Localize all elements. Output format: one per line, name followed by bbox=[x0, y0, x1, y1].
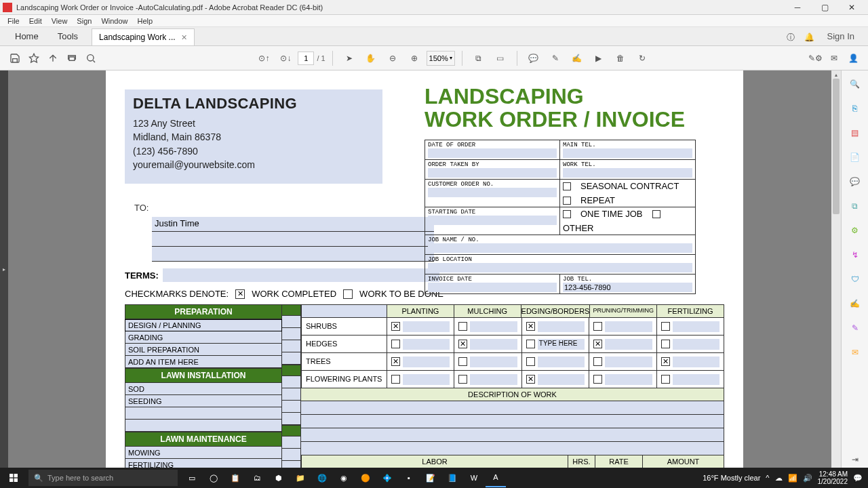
grid-checkbox[interactable] bbox=[458, 357, 467, 366]
account-icon[interactable]: 👤 bbox=[844, 49, 863, 68]
prep-row-soil[interactable]: SOIL PREPARATION bbox=[125, 344, 282, 356]
sign-in-button[interactable]: Sign In bbox=[819, 27, 863, 45]
seasonal-checkbox[interactable] bbox=[563, 182, 571, 190]
grid-text-field[interactable] bbox=[403, 357, 450, 367]
compress-icon[interactable]: ↯ bbox=[847, 247, 863, 263]
prep-row-grading[interactable]: GRADING bbox=[125, 331, 282, 344]
fill-sign-icon[interactable]: ✍ bbox=[847, 296, 863, 312]
onetime-checkbox[interactable] bbox=[563, 210, 571, 218]
other-checkbox[interactable] bbox=[652, 210, 660, 218]
zoom-in-icon[interactable]: ⊕ bbox=[405, 49, 424, 68]
job-tel-field[interactable]: 123-456-7890 bbox=[563, 283, 692, 292]
grid-checkbox[interactable] bbox=[526, 357, 535, 366]
stamp-icon[interactable]: ▶ bbox=[589, 49, 608, 68]
sign-icon[interactable]: ✍ bbox=[568, 49, 587, 68]
starting-date-field[interactable] bbox=[428, 216, 557, 225]
app-icon-4[interactable]: 🟠 bbox=[355, 468, 376, 487]
grid-checkbox[interactable] bbox=[391, 375, 400, 384]
zoom-select[interactable]: 150%▾ bbox=[427, 51, 455, 66]
taskbar-clock[interactable]: 12:48 AM 1/20/2022 bbox=[818, 470, 848, 485]
tab-document[interactable]: Landscaping Work ... ✕ bbox=[92, 28, 195, 45]
tray-notifications-icon[interactable]: 💬 bbox=[853, 474, 863, 483]
maint-row-fertilizing[interactable]: FERTILIZING bbox=[125, 459, 282, 468]
weather-widget[interactable]: 16°F Mostly clear bbox=[703, 474, 760, 482]
grid-text-field[interactable] bbox=[605, 339, 652, 350]
work-tobedone-checkbox[interactable] bbox=[343, 289, 353, 299]
grid-text-field[interactable] bbox=[538, 357, 585, 367]
fit-page-icon[interactable]: ▭ bbox=[491, 49, 510, 68]
delete-icon[interactable]: 🗑 bbox=[611, 49, 630, 68]
grid-text-field[interactable] bbox=[605, 374, 652, 385]
grid-text-field[interactable] bbox=[538, 374, 585, 385]
grid-checkbox[interactable]: ✕ bbox=[593, 340, 602, 348]
app-icon-2[interactable]: 🗂 bbox=[247, 468, 267, 487]
explorer-icon[interactable]: 📁 bbox=[290, 468, 311, 487]
grid-checkbox[interactable] bbox=[391, 340, 400, 348]
grid-checkbox[interactable]: ✕ bbox=[391, 322, 400, 331]
search-icon[interactable] bbox=[81, 49, 100, 68]
app-icon-3[interactable]: ⬢ bbox=[269, 468, 289, 487]
terminal-icon[interactable]: ▪ bbox=[399, 468, 419, 487]
grid-checkbox[interactable] bbox=[593, 375, 602, 384]
edit-pdf-icon[interactable]: ▤ bbox=[847, 125, 863, 141]
grid-text-field[interactable] bbox=[470, 321, 517, 332]
tray-volume-icon[interactable]: 🔊 bbox=[803, 474, 812, 483]
grid-text-field[interactable] bbox=[673, 339, 719, 350]
menu-sign[interactable]: Sign bbox=[72, 17, 96, 25]
grid-checkbox[interactable]: ✕ bbox=[391, 357, 400, 366]
page-input[interactable] bbox=[298, 52, 314, 65]
menu-edit[interactable]: Edit bbox=[24, 17, 47, 25]
tray-wifi-icon[interactable]: 📶 bbox=[788, 474, 797, 483]
page-down-icon[interactable]: ⊙↓ bbox=[276, 49, 295, 68]
grid-text-field[interactable] bbox=[673, 357, 719, 367]
document-viewport[interactable]: ▴ DELTA LANDSCAPING 123 Any Street Midla… bbox=[8, 70, 841, 468]
menu-help[interactable]: Help bbox=[133, 17, 158, 25]
menu-window[interactable]: Window bbox=[96, 17, 132, 25]
acrobat-taskbar-icon[interactable]: A bbox=[486, 468, 506, 487]
desc-line[interactable] bbox=[301, 401, 724, 415]
side-col[interactable] bbox=[282, 316, 301, 328]
protect-icon[interactable]: 🛡 bbox=[847, 271, 863, 287]
grid-checkbox[interactable] bbox=[526, 340, 535, 348]
highlight-icon[interactable]: ✎ bbox=[546, 49, 565, 68]
work-completed-checkbox[interactable]: ✕ bbox=[235, 289, 245, 299]
search-tool-icon[interactable]: 🔍 bbox=[847, 76, 863, 92]
create-pdf-icon[interactable]: 📄 bbox=[847, 149, 863, 165]
request-sign-icon[interactable]: ✎ bbox=[847, 320, 863, 336]
tab-tools[interactable]: Tools bbox=[48, 27, 87, 45]
work-tel-field[interactable] bbox=[563, 168, 692, 178]
vscode-icon[interactable]: 💠 bbox=[377, 468, 397, 487]
close-button[interactable]: ✕ bbox=[838, 0, 865, 15]
grid-text-field[interactable] bbox=[470, 374, 517, 385]
cortana-icon[interactable]: ◯ bbox=[203, 468, 224, 487]
send-icon[interactable]: ✉ bbox=[847, 344, 863, 361]
grid-checkbox[interactable] bbox=[593, 357, 602, 366]
maximize-button[interactable]: ▢ bbox=[811, 0, 838, 15]
grid-checkbox[interactable]: ✕ bbox=[458, 340, 467, 348]
tray-onedrive-icon[interactable]: ☁ bbox=[775, 474, 783, 483]
star-icon[interactable] bbox=[24, 49, 43, 68]
page-up-icon[interactable]: ⊙↑ bbox=[254, 49, 273, 68]
grid-checkbox[interactable] bbox=[661, 340, 670, 348]
grid-text-field[interactable] bbox=[470, 357, 517, 367]
grid-checkbox[interactable]: ✕ bbox=[661, 357, 670, 366]
grid-checkbox[interactable]: ✕ bbox=[526, 375, 535, 384]
menu-view[interactable]: View bbox=[47, 17, 73, 25]
collapse-panel-icon[interactable]: ⇥ bbox=[847, 451, 863, 468]
company-info-box[interactable]: DELTA LANDSCAPING 123 Any Street Midland… bbox=[125, 89, 382, 184]
minimize-button[interactable]: ─ bbox=[784, 0, 811, 15]
edit-icon[interactable]: ✎⚙ bbox=[806, 49, 825, 68]
desc-line[interactable] bbox=[301, 415, 724, 428]
prep-row-design[interactable]: DESIGN / PLANNING bbox=[125, 319, 282, 331]
pointer-icon[interactable]: ➤ bbox=[340, 49, 359, 68]
grid-checkbox[interactable] bbox=[593, 322, 602, 331]
maint-row-mowing[interactable]: MOWING bbox=[125, 447, 282, 459]
zoom-out-icon[interactable]: ⊖ bbox=[383, 49, 402, 68]
grid-checkbox[interactable] bbox=[661, 322, 670, 331]
grid-text-field[interactable] bbox=[403, 321, 450, 332]
to-line2-field[interactable] bbox=[152, 232, 434, 247]
word-icon[interactable]: W bbox=[464, 468, 484, 487]
grid-text-field[interactable] bbox=[605, 357, 652, 367]
grid-text-field[interactable]: TYPE HERE bbox=[538, 339, 585, 350]
job-name-field[interactable] bbox=[428, 243, 692, 253]
